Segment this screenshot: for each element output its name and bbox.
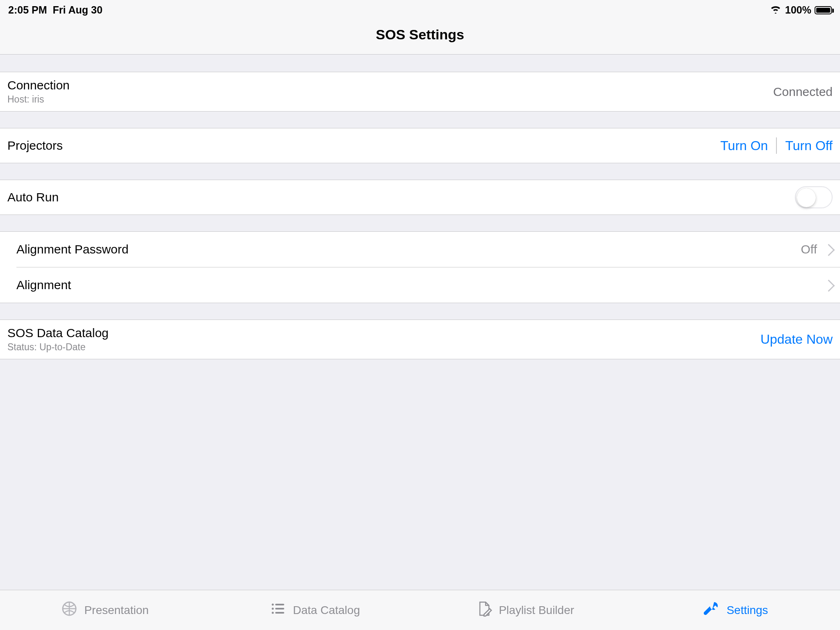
chevron-right-icon [825,243,833,256]
tab-settings[interactable]: Settings [630,590,840,630]
tab-presentation-label: Presentation [84,604,148,617]
svg-point-2 [272,608,274,610]
chevron-right-icon [825,279,833,291]
connection-title: Connection [7,78,70,92]
alignment-title: Alignment [16,278,71,292]
tab-playlist-builder-label: Playlist Builder [499,604,574,617]
connection-row[interactable]: Connection Host: iris Connected [0,72,840,112]
page-title: SOS Settings [0,27,840,43]
status-date: Fri Aug 30 [52,4,102,16]
tab-bar: Presentation Data Catalog Playlist Build… [0,590,840,630]
navigation-header: SOS Settings [0,18,840,55]
data-catalog-status: Status: Up-to-Date [7,342,109,353]
data-catalog-update-button[interactable]: Update Now [760,332,833,347]
alignment-password-row[interactable]: Alignment Password Off [0,232,840,267]
alignment-password-value: Off [801,242,817,256]
auto-run-toggle[interactable] [795,186,833,208]
list-icon [270,600,286,620]
tab-data-catalog[interactable]: Data Catalog [210,590,420,630]
vertical-divider [776,137,777,154]
tab-settings-label: Settings [726,604,768,617]
svg-point-3 [272,612,274,614]
projectors-row: Projectors Turn On Turn Off [0,128,840,163]
svg-point-1 [272,604,274,606]
data-catalog-row: SOS Data Catalog Status: Up-to-Date Upda… [0,320,840,359]
globe-icon [61,600,78,620]
auto-run-title: Auto Run [7,190,59,204]
status-bar: 2:05 PM Fri Aug 30 100% [0,0,840,18]
connection-status: Connected [773,85,833,99]
svg-rect-5 [275,608,284,609]
battery-percent: 100% [785,4,811,16]
battery-icon [815,6,832,14]
wifi-icon [769,4,782,16]
document-edit-icon [476,600,492,620]
status-time: 2:05 PM [8,4,47,16]
projectors-turn-off-button[interactable]: Turn Off [785,138,833,153]
alignment-group: Alignment Password Off Alignment [0,231,840,303]
settings-content: Connection Host: iris Connected Projecto… [0,55,840,359]
data-catalog-title: SOS Data Catalog [7,326,109,340]
projectors-title: Projectors [7,139,63,153]
connection-host: Host: iris [7,94,70,105]
svg-rect-6 [275,612,284,614]
projectors-turn-on-button[interactable]: Turn On [720,138,768,153]
alignment-row[interactable]: Alignment [0,267,840,303]
wrench-icon [702,600,720,621]
auto-run-row: Auto Run [0,180,840,215]
tab-playlist-builder[interactable]: Playlist Builder [420,590,630,630]
tab-data-catalog-label: Data Catalog [293,604,360,617]
svg-rect-4 [275,604,284,605]
tab-presentation[interactable]: Presentation [0,590,210,630]
alignment-password-title: Alignment Password [16,242,128,256]
